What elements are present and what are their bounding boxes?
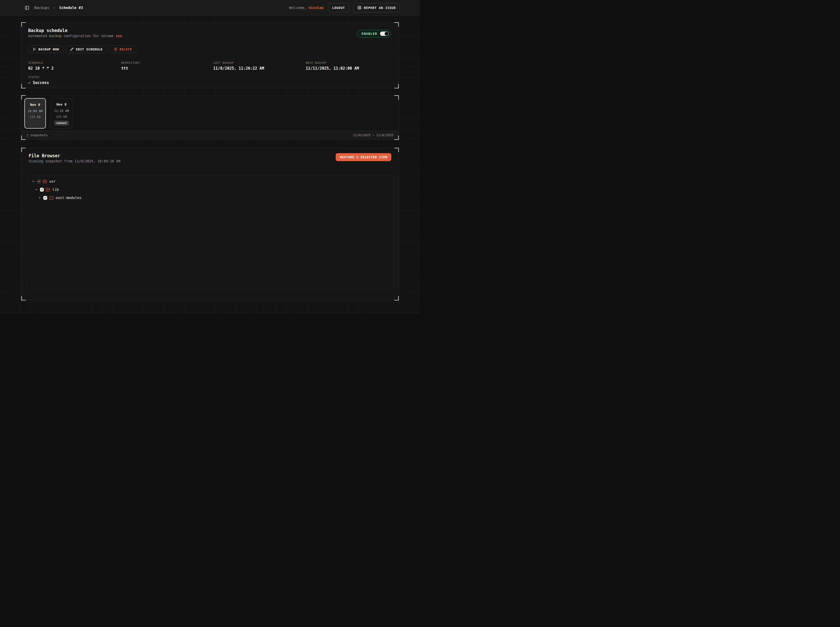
folder-open-icon: [46, 187, 50, 192]
info-last-backup: LAST BACKUP 11/8/2025, 11:26:22 AM: [213, 61, 306, 71]
tree-row-ossl-modules[interactable]: ossl-modules: [27, 194, 393, 202]
tree-label: ossl-modules: [55, 196, 82, 200]
schedule-actions: BACKUP NOW EDIT SCHEDULE DELETE: [28, 45, 391, 53]
enabled-toggle[interactable]: ENABLED: [357, 30, 391, 38]
toggle-switch[interactable]: [380, 32, 389, 36]
info-repository: REPOSITORY ttt: [121, 61, 213, 71]
snapshot-date-range: 11/8/2025 – 11/8/2025: [353, 133, 393, 137]
status-block: STATUS ✓ Success: [28, 76, 391, 85]
pencil-icon: [70, 47, 74, 51]
folder-open-icon: [43, 179, 47, 184]
breadcrumb-backups[interactable]: Backups: [34, 6, 49, 10]
toggle-knob: [385, 32, 388, 36]
volume-name: sss: [115, 34, 122, 38]
sidebar-toggle-icon[interactable]: [25, 6, 29, 10]
info-label: LAST BACKUP: [213, 61, 306, 65]
backup-schedule-card: Backup schedule Automated backup configu…: [22, 22, 398, 88]
chevron-down-icon[interactable]: [32, 180, 35, 183]
corner-bracket: [21, 84, 25, 88]
corner-bracket: [395, 148, 399, 152]
snapshot-card-selected[interactable]: Nov 8 10:09 AM 133 KB: [24, 98, 46, 129]
trash-icon: [114, 47, 117, 51]
status-value: ✓ Success: [28, 80, 391, 85]
corner-bracket: [21, 135, 25, 140]
topbar-right: Welcome, nicolas LOGOUT REPORT AN ISSUE: [289, 3, 400, 12]
restore-button[interactable]: RESTORE 1 SELECTED ITEM: [336, 153, 391, 161]
schedule-card-title: Backup schedule: [28, 28, 391, 33]
report-issue-button-label: REPORT AN ISSUE: [364, 6, 396, 10]
backup-now-label: BACKUP NOW: [38, 47, 59, 51]
snapshot-time: 10:09 AM: [28, 109, 43, 113]
folder-icon: [49, 196, 54, 200]
welcome-text: Welcome, nicolas: [289, 6, 324, 10]
tree-label: lib: [52, 187, 59, 192]
info-next-backup: NEXT BACKUP 11/11/2025, 11:02:00 AM: [306, 61, 391, 71]
chevron-down-icon[interactable]: [35, 188, 38, 191]
info-label: NEXT BACKUP: [306, 61, 391, 65]
breadcrumb-current: Schedule #3: [59, 6, 83, 10]
info-value: ttt: [121, 66, 213, 71]
info-label: REPOSITORY: [121, 61, 213, 65]
chevron-right-icon[interactable]: [38, 196, 41, 199]
corner-bracket: [395, 22, 399, 27]
breadcrumb: Backups Schedule #3: [34, 6, 83, 10]
file-browser-card: File Browser Viewing snapshot from 11/8/…: [22, 148, 398, 300]
latest-badge: Latest: [54, 121, 69, 126]
topbar: Backups Schedule #3 Welcome, nicolas LOG…: [0, 0, 420, 16]
snapshots-section: Nov 8 10:09 AM 133 KB Nov 8 11:26 AM 133…: [22, 96, 398, 140]
schedule-info-grid: SCHEDULE 02 10 * * 2 REPOSITORY ttt LAST…: [28, 61, 391, 71]
corner-bracket: [395, 135, 399, 140]
edit-schedule-label: EDIT SCHEDULE: [76, 47, 103, 51]
logout-button-label: LOGOUT: [332, 6, 345, 10]
info-value: 11/8/2025, 11:26:22 AM: [213, 66, 306, 71]
snapshot-size: 133 KB: [30, 115, 41, 119]
checkbox-checked[interactable]: [43, 196, 47, 200]
delete-label: DELETE: [120, 47, 132, 51]
snapshot-count: 2 snapshots: [27, 133, 48, 137]
play-icon: [33, 47, 36, 51]
checkbox-checked[interactable]: [40, 188, 44, 192]
file-tree-panel: usr lib: [27, 175, 393, 290]
status-text: Success: [33, 80, 49, 85]
enabled-toggle-label: ENABLED: [362, 32, 377, 36]
corner-bracket: [395, 95, 399, 100]
snapshot-date: Nov 8: [30, 103, 40, 107]
logout-button[interactable]: LOGOUT: [328, 3, 349, 12]
corner-bracket: [21, 95, 25, 100]
snapshot-size: 133 KB: [56, 115, 67, 118]
snapshot-date: Nov 8: [56, 102, 66, 106]
tree-row-usr[interactable]: usr: [27, 177, 393, 186]
backup-schedule-page: Backups Schedule #3 Welcome, nicolas LOG…: [0, 0, 420, 314]
topbar-left: Backups Schedule #3: [25, 6, 83, 10]
corner-bracket: [21, 22, 25, 27]
corner-bracket: [395, 84, 399, 88]
corner-bracket: [21, 148, 25, 152]
snapshot-card-latest[interactable]: Nov 8 11:26 AM 133 KB Latest: [51, 98, 73, 129]
breadcrumb-separator-icon: [53, 6, 56, 9]
status-label: STATUS: [28, 76, 391, 79]
info-schedule: SCHEDULE 02 10 * * 2: [28, 61, 121, 71]
corner-bracket: [21, 296, 25, 301]
tree-label: usr: [49, 179, 55, 183]
lifebuoy-icon: [357, 6, 362, 10]
checkbox-checked[interactable]: [37, 180, 41, 183]
check-icon: ✓: [28, 80, 30, 85]
info-label: SCHEDULE: [28, 61, 121, 65]
info-value: 02 10 * * 2: [28, 66, 121, 71]
edit-schedule-button[interactable]: EDIT SCHEDULE: [66, 45, 107, 53]
schedule-card-subtitle: Automated backup configuration for volum…: [28, 33, 391, 38]
delete-button[interactable]: DELETE: [109, 45, 136, 53]
username: nicolas: [308, 6, 324, 10]
backup-now-button[interactable]: BACKUP NOW: [28, 45, 63, 53]
info-value: 11/11/2025, 11:02:00 AM: [306, 66, 391, 71]
corner-bracket: [395, 296, 399, 301]
tree-row-lib[interactable]: lib: [27, 186, 393, 194]
snapshots-footer: 2 snapshots 11/8/2025 – 11/8/2025: [22, 131, 398, 139]
snapshot-time: 11:26 AM: [54, 109, 69, 113]
report-issue-button[interactable]: REPORT AN ISSUE: [354, 3, 400, 12]
